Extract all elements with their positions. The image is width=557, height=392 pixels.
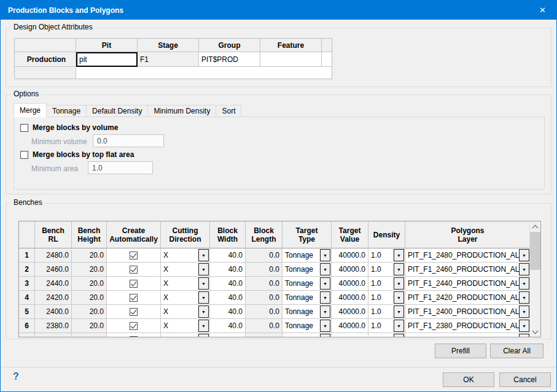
create-checkbox[interactable] bbox=[130, 266, 138, 274]
polygons-layer-cell[interactable]: PIT_F1_2460_PRODUCTION_ALL_N▼ bbox=[405, 263, 530, 277]
dropdown-icon[interactable]: ▼ bbox=[320, 277, 330, 290]
dropdown-icon[interactable]: ▼ bbox=[519, 320, 529, 332]
tab-merge[interactable]: Merge bbox=[14, 103, 47, 117]
create-checkbox[interactable] bbox=[130, 280, 138, 288]
bench-rl-cell[interactable]: 2420.0 bbox=[35, 291, 72, 305]
dropdown-icon[interactable]: ▼ bbox=[198, 263, 209, 275]
dropdown-icon[interactable]: ▼ bbox=[198, 277, 209, 290]
density-cell[interactable]: 1.0▼ bbox=[368, 263, 405, 277]
dropdown-icon[interactable]: ▼ bbox=[394, 291, 404, 304]
dropdown-icon[interactable]: ▼ bbox=[198, 334, 209, 337]
dropdown-icon[interactable]: ▼ bbox=[394, 320, 404, 332]
dropdown-icon[interactable]: ▼ bbox=[320, 249, 330, 261]
density-cell[interactable]: 1.0▼ bbox=[368, 248, 405, 263]
dropdown-icon[interactable]: ▼ bbox=[320, 291, 330, 304]
dropdown-icon[interactable]: ▼ bbox=[519, 334, 529, 337]
create-checkbox[interactable] bbox=[130, 308, 138, 316]
density-cell[interactable]: 1.0▼ bbox=[368, 291, 405, 305]
prefill-button[interactable]: Prefill bbox=[435, 344, 486, 358]
dropdown-icon[interactable]: ▼ bbox=[394, 277, 404, 290]
dropdown-icon[interactable]: ▼ bbox=[519, 263, 529, 275]
ok-button[interactable]: OK bbox=[443, 372, 494, 387]
bench-rl-cell[interactable]: 2440.0 bbox=[35, 277, 72, 291]
create-automatically-cell[interactable] bbox=[107, 333, 161, 337]
feature-cell[interactable] bbox=[260, 52, 322, 67]
dropdown-icon[interactable]: ▼ bbox=[519, 249, 529, 261]
dropdown-icon[interactable]: ▼ bbox=[198, 320, 209, 332]
target-type-cell[interactable]: Tonnage▼ bbox=[282, 248, 332, 263]
cutting-direction-cell[interactable]: X▼ bbox=[161, 319, 210, 333]
block-width-cell[interactable]: 40.0 bbox=[210, 305, 246, 319]
polygons-layer-cell[interactable]: PIT_F1_2400_PRODUCTION_ALL_N▼ bbox=[405, 305, 530, 319]
minimum-area-input[interactable]: 1.0 bbox=[88, 161, 153, 174]
target-type-cell[interactable]: Tonnage▼ bbox=[282, 277, 332, 291]
block-width-cell[interactable]: 40.0 bbox=[210, 277, 246, 291]
tab-sort[interactable]: Sort bbox=[216, 105, 241, 117]
target-value-cell[interactable]: 40000.0 bbox=[332, 263, 368, 277]
bench-height-cell[interactable]: 20.0 bbox=[72, 305, 107, 319]
bench-rl-cell[interactable]: 2380.0 bbox=[35, 319, 72, 333]
vertical-scrollbar[interactable] bbox=[529, 221, 540, 337]
create-checkbox[interactable] bbox=[130, 322, 138, 330]
group-cell[interactable]: PIT$PROD bbox=[199, 52, 260, 67]
cutting-direction-cell[interactable]: X▼ bbox=[161, 291, 210, 305]
dropdown-icon[interactable]: ▼ bbox=[519, 291, 529, 304]
density-cell[interactable]: 1.0▼ bbox=[368, 319, 405, 333]
tab-tonnage[interactable]: Tonnage bbox=[46, 105, 87, 117]
cutting-direction-cell[interactable]: X▼ bbox=[161, 305, 210, 319]
density-cell[interactable]: 1.0▼ bbox=[368, 305, 405, 319]
bench-height-cell[interactable]: 20.0 bbox=[72, 248, 107, 263]
target-value-cell[interactable]: 40000.0 bbox=[332, 277, 368, 291]
dropdown-icon[interactable]: ▼ bbox=[320, 263, 330, 275]
merge-by-area-checkbox[interactable] bbox=[20, 151, 28, 159]
clear-all-button[interactable]: Clear All bbox=[490, 344, 543, 358]
polygons-layer-cell[interactable]: PIT_F1_2380_PRODUCTION_ALL_N▼ bbox=[405, 319, 530, 333]
create-automatically-cell[interactable] bbox=[107, 319, 161, 333]
dropdown-icon[interactable]: ▼ bbox=[394, 263, 404, 275]
scroll-up-icon[interactable] bbox=[530, 221, 540, 232]
dropdown-icon[interactable]: ▼ bbox=[320, 320, 330, 332]
create-automatically-cell[interactable] bbox=[107, 263, 161, 277]
bench-rl-cell[interactable]: 2480.0 bbox=[35, 248, 72, 263]
scroll-down-icon[interactable] bbox=[530, 326, 540, 337]
dropdown-icon[interactable]: ▼ bbox=[394, 249, 404, 261]
dropdown-icon[interactable]: ▼ bbox=[320, 306, 330, 318]
block-width-cell[interactable]: 40.0 bbox=[210, 319, 246, 333]
target-value-cell[interactable]: 40000.0 bbox=[332, 305, 368, 319]
target-type-cell[interactable]: Tonnage▼ bbox=[282, 263, 332, 277]
cutting-direction-cell[interactable]: X▼ bbox=[161, 263, 210, 277]
dropdown-icon[interactable]: ▼ bbox=[519, 306, 529, 318]
create-automatically-cell[interactable] bbox=[107, 305, 161, 319]
dropdown-icon[interactable]: ▼ bbox=[198, 291, 209, 304]
dropdown-icon[interactable]: ▼ bbox=[198, 306, 209, 318]
polygons-layer-cell[interactable]: PIT_F1_2440_PRODUCTION_ALL_N▼ bbox=[405, 277, 530, 291]
bench-height-cell[interactable]: 20.0 bbox=[72, 291, 107, 305]
dropdown-icon[interactable]: ▼ bbox=[198, 249, 209, 261]
create-automatically-cell[interactable] bbox=[107, 248, 161, 263]
cancel-button[interactable]: Cancel bbox=[499, 372, 551, 387]
create-checkbox[interactable] bbox=[130, 252, 138, 259]
polygons-layer-cell[interactable]: ▼ bbox=[405, 333, 530, 337]
scrollbar-thumb[interactable] bbox=[530, 232, 540, 270]
polygons-layer-cell[interactable]: PIT_F1_2420_PRODUCTION_ALL_N▼ bbox=[405, 291, 530, 305]
minimum-volume-input[interactable]: 0.0 bbox=[93, 134, 164, 147]
bench-rl-cell[interactable]: 2400.0 bbox=[35, 305, 72, 319]
target-type-cell[interactable]: Tonnage▼ bbox=[282, 305, 332, 319]
dropdown-icon[interactable]: ▼ bbox=[394, 334, 404, 337]
create-checkbox[interactable] bbox=[130, 294, 138, 302]
dropdown-icon[interactable]: ▼ bbox=[519, 277, 529, 290]
block-width-cell[interactable] bbox=[210, 333, 246, 337]
cutting-direction-cell[interactable]: ▼ bbox=[161, 333, 210, 337]
target-value-cell[interactable] bbox=[332, 333, 368, 337]
bench-height-cell[interactable]: 20.0 bbox=[72, 263, 107, 277]
pit-cell[interactable]: pit bbox=[76, 52, 138, 67]
block-width-cell[interactable]: 40.0 bbox=[210, 248, 246, 263]
tab-minimum-density[interactable]: Minimum Density bbox=[147, 105, 216, 117]
target-type-cell[interactable]: Tonnage▼ bbox=[282, 319, 332, 333]
polygons-layer-cell[interactable]: PIT_F1_2480_PRODUCTION_ALL_N▼ bbox=[405, 248, 530, 263]
help-button[interactable]: ? bbox=[13, 371, 19, 382]
target-value-cell[interactable]: 40000.0 bbox=[332, 248, 368, 263]
merge-by-volume-checkbox[interactable] bbox=[20, 124, 28, 132]
tab-default-density[interactable]: Default Density bbox=[86, 105, 148, 117]
target-value-cell[interactable]: 40000.0 bbox=[332, 291, 368, 305]
